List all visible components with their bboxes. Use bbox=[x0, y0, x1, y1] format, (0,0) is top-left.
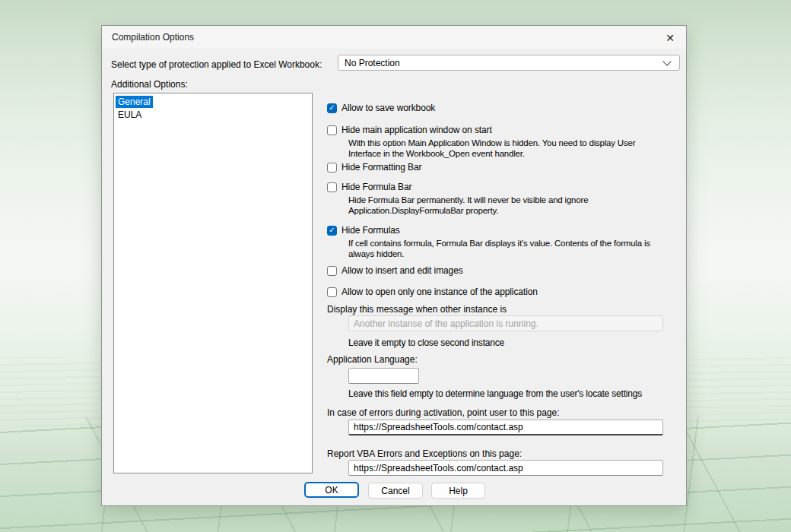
instance-message-hint: Leave it empty to close second instance bbox=[348, 337, 504, 348]
instance-message-label: Display this message when other instance… bbox=[327, 304, 507, 315]
list-item-general[interactable]: General bbox=[116, 96, 153, 108]
list-item-eula[interactable]: EULA bbox=[116, 109, 144, 121]
checkbox-hide-main-window[interactable] bbox=[327, 125, 337, 135]
close-button[interactable]: ✕ bbox=[660, 30, 680, 46]
checkbox-single-instance[interactable] bbox=[327, 287, 337, 297]
instance-message-input bbox=[348, 315, 663, 331]
checkbox-label: Hide Formula Bar bbox=[341, 182, 411, 192]
hide-formulas-description: If cell contains formula, Formula Bar di… bbox=[348, 238, 668, 259]
protection-dropdown[interactable]: No Protection bbox=[338, 55, 680, 71]
checkbox-row-allow-save[interactable]: Allow to save workbook bbox=[327, 103, 435, 113]
application-language-input[interactable] bbox=[348, 368, 419, 384]
checkbox-hide-formulas[interactable] bbox=[327, 226, 337, 236]
checkbox-hide-formatting-bar[interactable] bbox=[327, 163, 337, 173]
additional-options-label: Additional Options: bbox=[111, 79, 188, 90]
checkbox-allow-images[interactable] bbox=[327, 266, 337, 276]
checkbox-allow-save[interactable] bbox=[327, 103, 337, 113]
vba-error-label: Report VBA Errors and Exceptions on this… bbox=[327, 448, 522, 459]
ok-button[interactable]: OK bbox=[304, 482, 359, 498]
dialog-title: Compilation Options bbox=[112, 32, 194, 43]
application-language-hint: Leave this field empty to determine lang… bbox=[348, 388, 642, 399]
application-language-label: Application Language: bbox=[327, 354, 418, 365]
protection-selected-value: No Protection bbox=[338, 58, 664, 68]
checkbox-row-hide-formatting-bar[interactable]: Hide Formatting Bar bbox=[327, 162, 421, 173]
checkbox-label: Allow to save workbook bbox=[341, 103, 435, 113]
compilation-options-dialog: Compilation Options ✕ Select type of pro… bbox=[101, 25, 687, 506]
hide-main-window-description: With this option Main Application Window… bbox=[348, 138, 668, 159]
checkbox-row-hide-main-window[interactable]: Hide main application window on start bbox=[327, 125, 492, 135]
checkbox-row-single-instance[interactable]: Allow to open only one instance of the a… bbox=[327, 287, 538, 297]
hide-formula-bar-description: Hide Formula Bar permanently. It will ne… bbox=[348, 195, 668, 216]
desktop-wallpaper: Compilation Options ✕ Select type of pro… bbox=[0, 0, 791, 532]
checkbox-row-hide-formulas[interactable]: Hide Formulas bbox=[327, 225, 400, 236]
checkbox-label: Allow to insert and edit images bbox=[341, 265, 463, 276]
checkbox-row-hide-formula-bar[interactable]: Hide Formula Bar bbox=[327, 182, 411, 192]
checkbox-row-allow-images[interactable]: Allow to insert and edit images bbox=[327, 265, 463, 276]
activation-error-input[interactable] bbox=[348, 420, 663, 435]
checkbox-label: Hide Formulas bbox=[341, 225, 400, 236]
options-listbox[interactable]: General EULA bbox=[113, 93, 313, 473]
chevron-down-icon bbox=[662, 57, 671, 65]
protection-label: Select type of protection applied to Exc… bbox=[111, 59, 322, 70]
vba-error-input[interactable] bbox=[348, 460, 663, 476]
help-button[interactable]: Help bbox=[431, 483, 485, 499]
title-bar: Compilation Options ✕ bbox=[102, 26, 686, 49]
checkbox-label: Allow to open only one instance of the a… bbox=[341, 287, 538, 297]
checkbox-hide-formula-bar[interactable] bbox=[327, 182, 337, 192]
checkbox-label: Hide Formatting Bar bbox=[341, 162, 421, 173]
checkbox-label: Hide main application window on start bbox=[341, 125, 492, 135]
close-icon: ✕ bbox=[666, 32, 675, 44]
cancel-button[interactable]: Cancel bbox=[368, 483, 423, 499]
activation-error-label: In case of errors during activation, poi… bbox=[327, 407, 560, 418]
